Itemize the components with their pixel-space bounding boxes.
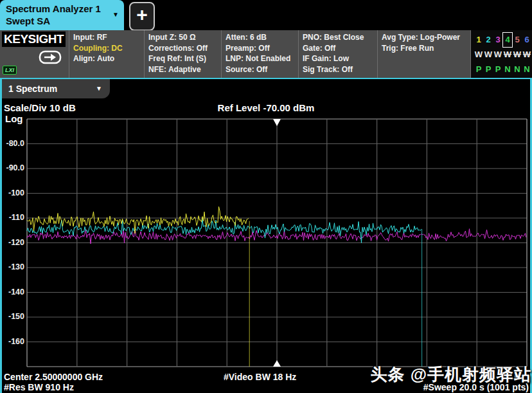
res-bw-field[interactable]: #Res BW 910 Hz: [4, 382, 74, 392]
trace-type-row: WWWWWW: [474, 47, 532, 62]
trace-1-detector[interactable]: P: [474, 62, 483, 77]
trace-3-number[interactable]: 3: [493, 33, 502, 47]
center-frequency-field[interactable]: Center 2.50000000 GHz: [4, 372, 103, 382]
spectrum-analyzer-screen: Spectrum Analyzer 1 Swept SA ▼ + KEYSIGH…: [0, 0, 532, 393]
chevron-down-icon: ▼: [112, 11, 119, 18]
keysight-logo: KEYSIGHT: [2, 32, 66, 47]
settings-row: Atten: 6 dB: [226, 32, 298, 43]
header-columns: Input: RFCoupling: DCAlign: AutoInput Z:…: [69, 30, 471, 78]
trace-number-row: 123456: [474, 32, 532, 47]
settings-row: Freq Ref: Int (S): [148, 53, 221, 64]
tab-spectrum-analyzer-1[interactable]: Spectrum Analyzer 1 Swept SA ▼: [0, 0, 124, 30]
y-tick-label: -160: [0, 337, 24, 346]
lxi-badge: LXI: [3, 66, 17, 75]
y-tick-label: -80.0: [0, 139, 24, 148]
settings-row: Avg Type: Log-Power: [382, 32, 470, 43]
add-tab-button[interactable]: +: [129, 2, 155, 31]
chevron-down-icon: ▼: [96, 79, 102, 98]
trace-4-type[interactable]: W: [503, 48, 512, 62]
trace-5-number[interactable]: 5: [513, 33, 522, 47]
trace-5-type[interactable]: W: [513, 48, 522, 62]
tab-title-line1: Spectrum Analyzer 1: [6, 3, 101, 14]
system-settings-bar: KEYSIGHT LXI Input: RFCoupling: DCAlign:…: [0, 30, 532, 78]
y-tick-label: -90.0: [0, 163, 24, 172]
y-tick-label: -100: [0, 188, 24, 197]
y-tick-label: -120: [0, 238, 24, 247]
ref-level-control[interactable]: Ref Level -70.00 dBm: [0, 102, 532, 113]
trace-4-number[interactable]: 4: [503, 33, 512, 47]
settings-row: NFE: Adaptive: [148, 64, 221, 75]
y-tick-label: -140: [0, 288, 24, 297]
settings-row: Input: RF: [73, 32, 144, 43]
settings-column-1[interactable]: Input: RFCoupling: DCAlign: Auto: [69, 30, 145, 78]
y-tick-label: -150: [0, 312, 24, 321]
settings-row: Trig: Free Run: [382, 43, 470, 54]
trace-1-type[interactable]: W: [474, 48, 483, 62]
brand-cell: KEYSIGHT LXI: [0, 30, 69, 78]
settings-column-2[interactable]: Input Z: 50 ΩCorrections: OffFreq Ref: I…: [145, 30, 222, 78]
axis-mode-label[interactable]: Log: [5, 113, 23, 124]
settings-row: Coupling: DC: [73, 43, 144, 54]
trace-2-detector[interactable]: P: [484, 62, 493, 77]
tab-title-line2: Swept SA: [6, 15, 50, 26]
trace-1-number[interactable]: 1: [474, 33, 483, 47]
trace-4-detector[interactable]: N: [503, 62, 512, 77]
settings-column-3[interactable]: Atten: 6 dBPreamp: OffLNP: Not EnabledSo…: [222, 30, 299, 78]
measurement-selector-dropdown[interactable]: 1 Spectrum ▼: [2, 79, 110, 98]
trace-3-detector[interactable]: P: [493, 62, 502, 77]
trace-detector-row: PPPNNN: [474, 62, 532, 77]
trace-6-number[interactable]: 6: [522, 33, 531, 47]
video-bw-field[interactable]: #Video BW 18 Hz: [224, 372, 296, 382]
trace-5-detector[interactable]: N: [513, 62, 522, 77]
trace-status-panel[interactable]: 123456 WWWWWW PPPNNN: [471, 30, 532, 78]
settings-row: IF Gain: Low: [303, 53, 377, 64]
measurement-area: [0, 78, 532, 393]
trace-3-type[interactable]: W: [493, 48, 502, 62]
settings-row: Sig Track: Off: [303, 64, 377, 75]
settings-row: Align: Auto: [73, 53, 144, 64]
trace-2-number[interactable]: 2: [484, 33, 493, 47]
trace-6-type[interactable]: W: [522, 48, 531, 62]
settings-row: Input Z: 50 Ω: [148, 32, 221, 43]
speech-bubble-arrow-icon: [39, 50, 62, 68]
settings-row: LNP: Not Enabled: [226, 53, 298, 64]
y-tick-label: -130: [0, 262, 24, 271]
trace-6-detector[interactable]: N: [522, 62, 531, 77]
measurement-selector-label: 1 Spectrum: [8, 84, 57, 94]
settings-row: Corrections: Off: [148, 43, 221, 54]
tab-bar: Spectrum Analyzer 1 Swept SA ▼ +: [0, 0, 532, 30]
watermark-text: 头条 @手机射频驿站: [370, 363, 531, 386]
settings-row: Gate: Off: [303, 43, 377, 54]
settings-row: Source: Off: [226, 64, 298, 75]
settings-row: PNO: Best Close: [303, 32, 377, 43]
settings-row: Preamp: Off: [226, 43, 298, 54]
settings-column-5[interactable]: Avg Type: Log-PowerTrig: Free Run: [378, 30, 471, 78]
settings-column-4[interactable]: PNO: Best CloseGate: OffIF Gain: LowSig …: [299, 30, 378, 78]
trace-2-type[interactable]: W: [484, 48, 493, 62]
y-tick-label: -110: [0, 213, 24, 222]
